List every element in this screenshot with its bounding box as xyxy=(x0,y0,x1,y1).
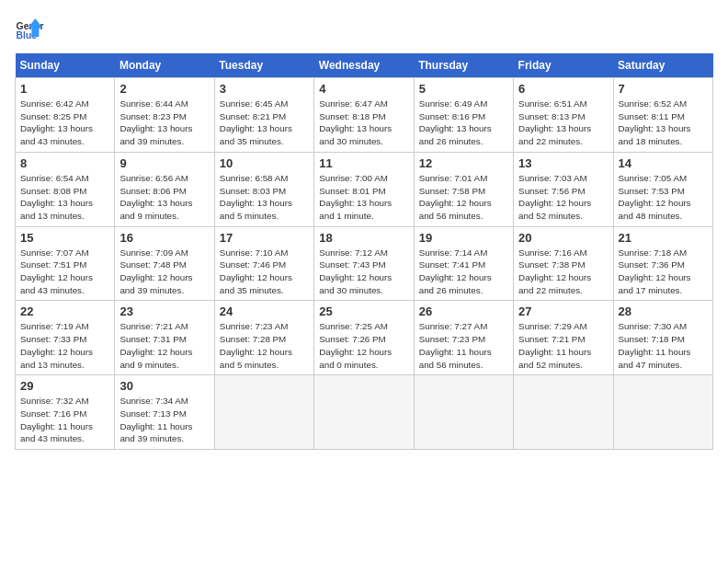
day-number: 25 xyxy=(319,304,408,318)
day-info: Sunrise: 7:00 AM Sunset: 8:01 PM Dayligh… xyxy=(319,172,408,223)
weekday-tuesday: Tuesday xyxy=(214,53,313,78)
calendar-cell xyxy=(613,375,712,450)
day-info: Sunrise: 6:49 AM Sunset: 8:16 PM Dayligh… xyxy=(419,98,508,148)
day-number: 22 xyxy=(20,304,109,318)
day-number: 21 xyxy=(619,231,708,245)
day-info: Sunrise: 6:58 AM Sunset: 8:03 PM Dayligh… xyxy=(220,172,309,223)
calendar-cell: 29Sunrise: 7:32 AM Sunset: 7:16 PM Dayli… xyxy=(16,375,115,450)
calendar-cell: 6Sunrise: 6:51 AM Sunset: 8:13 PM Daylig… xyxy=(514,78,613,153)
weekday-header-row: SundayMondayTuesdayWednesdayThursdayFrid… xyxy=(16,53,713,78)
day-number: 17 xyxy=(220,231,309,245)
week-row-1: 1Sunrise: 6:42 AM Sunset: 8:25 PM Daylig… xyxy=(16,78,713,153)
day-number: 27 xyxy=(518,304,608,318)
day-number: 2 xyxy=(119,82,209,96)
calendar-cell: 18Sunrise: 7:12 AM Sunset: 7:43 PM Dayli… xyxy=(314,226,414,301)
calendar-cell: 21Sunrise: 7:18 AM Sunset: 7:36 PM Dayli… xyxy=(613,226,712,301)
calendar-table: SundayMondayTuesdayWednesdayThursdayFrid… xyxy=(15,53,713,450)
day-number: 30 xyxy=(119,379,209,393)
calendar-cell: 15Sunrise: 7:07 AM Sunset: 7:51 PM Dayli… xyxy=(16,226,115,301)
logo-icon: General Blue xyxy=(15,15,44,44)
day-info: Sunrise: 6:51 AM Sunset: 8:13 PM Dayligh… xyxy=(518,98,608,148)
calendar-cell: 5Sunrise: 6:49 AM Sunset: 8:16 PM Daylig… xyxy=(414,78,513,153)
week-row-4: 22Sunrise: 7:19 AM Sunset: 7:33 PM Dayli… xyxy=(16,301,713,375)
calendar-cell: 23Sunrise: 7:21 AM Sunset: 7:31 PM Dayli… xyxy=(115,301,214,375)
calendar-cell: 3Sunrise: 6:45 AM Sunset: 8:21 PM Daylig… xyxy=(214,78,313,153)
day-number: 28 xyxy=(619,304,708,318)
calendar-cell: 25Sunrise: 7:25 AM Sunset: 7:26 PM Dayli… xyxy=(314,301,414,375)
calendar-cell: 17Sunrise: 7:10 AM Sunset: 7:46 PM Dayli… xyxy=(214,226,313,301)
day-number: 19 xyxy=(419,231,508,245)
calendar-cell: 10Sunrise: 6:58 AM Sunset: 8:03 PM Dayli… xyxy=(214,152,313,226)
day-info: Sunrise: 6:45 AM Sunset: 8:21 PM Dayligh… xyxy=(220,98,309,148)
day-number: 14 xyxy=(619,156,708,170)
day-number: 23 xyxy=(119,304,209,318)
calendar-cell xyxy=(514,375,613,450)
calendar-cell: 30Sunrise: 7:34 AM Sunset: 7:13 PM Dayli… xyxy=(115,375,214,450)
day-number: 26 xyxy=(419,304,508,318)
day-number: 8 xyxy=(20,156,109,170)
calendar-cell: 20Sunrise: 7:16 AM Sunset: 7:38 PM Dayli… xyxy=(514,226,613,301)
calendar-cell xyxy=(414,375,513,450)
day-info: Sunrise: 7:34 AM Sunset: 7:13 PM Dayligh… xyxy=(119,395,209,445)
calendar-body: 1Sunrise: 6:42 AM Sunset: 8:25 PM Daylig… xyxy=(16,78,713,450)
day-info: Sunrise: 7:10 AM Sunset: 7:46 PM Dayligh… xyxy=(220,247,309,297)
day-number: 18 xyxy=(319,231,408,245)
day-info: Sunrise: 6:52 AM Sunset: 8:11 PM Dayligh… xyxy=(619,98,708,148)
calendar-cell: 16Sunrise: 7:09 AM Sunset: 7:48 PM Dayli… xyxy=(115,226,214,301)
day-number: 9 xyxy=(119,156,209,170)
day-info: Sunrise: 7:32 AM Sunset: 7:16 PM Dayligh… xyxy=(20,395,109,445)
day-number: 5 xyxy=(419,82,508,96)
day-info: Sunrise: 6:42 AM Sunset: 8:25 PM Dayligh… xyxy=(20,98,109,148)
day-number: 29 xyxy=(20,379,109,393)
week-row-2: 8Sunrise: 6:54 AM Sunset: 8:08 PM Daylig… xyxy=(16,152,713,226)
day-info: Sunrise: 7:14 AM Sunset: 7:41 PM Dayligh… xyxy=(419,247,508,297)
day-info: Sunrise: 7:03 AM Sunset: 7:56 PM Dayligh… xyxy=(518,172,608,223)
weekday-friday: Friday xyxy=(514,53,613,78)
day-number: 11 xyxy=(319,156,408,170)
day-number: 16 xyxy=(119,231,209,245)
week-row-5: 29Sunrise: 7:32 AM Sunset: 7:16 PM Dayli… xyxy=(16,375,713,450)
calendar-cell: 28Sunrise: 7:30 AM Sunset: 7:18 PM Dayli… xyxy=(613,301,712,375)
weekday-wednesday: Wednesday xyxy=(314,53,414,78)
day-info: Sunrise: 7:19 AM Sunset: 7:33 PM Dayligh… xyxy=(20,320,109,371)
day-info: Sunrise: 7:01 AM Sunset: 7:58 PM Dayligh… xyxy=(419,172,508,223)
day-number: 1 xyxy=(20,82,109,96)
calendar-cell: 4Sunrise: 6:47 AM Sunset: 8:18 PM Daylig… xyxy=(314,78,414,153)
day-number: 12 xyxy=(419,156,508,170)
day-info: Sunrise: 7:21 AM Sunset: 7:31 PM Dayligh… xyxy=(119,320,209,371)
day-info: Sunrise: 7:27 AM Sunset: 7:23 PM Dayligh… xyxy=(419,320,508,371)
calendar-cell: 26Sunrise: 7:27 AM Sunset: 7:23 PM Dayli… xyxy=(414,301,513,375)
calendar-cell: 9Sunrise: 6:56 AM Sunset: 8:06 PM Daylig… xyxy=(115,152,214,226)
calendar-cell: 14Sunrise: 7:05 AM Sunset: 7:53 PM Dayli… xyxy=(613,152,712,226)
calendar-cell: 22Sunrise: 7:19 AM Sunset: 7:33 PM Dayli… xyxy=(16,301,115,375)
day-info: Sunrise: 7:16 AM Sunset: 7:38 PM Dayligh… xyxy=(518,247,608,297)
calendar-cell: 24Sunrise: 7:23 AM Sunset: 7:28 PM Dayli… xyxy=(214,301,313,375)
day-number: 6 xyxy=(518,82,608,96)
weekday-saturday: Saturday xyxy=(613,53,712,78)
calendar-cell: 11Sunrise: 7:00 AM Sunset: 8:01 PM Dayli… xyxy=(314,152,414,226)
day-info: Sunrise: 7:07 AM Sunset: 7:51 PM Dayligh… xyxy=(20,247,109,297)
day-info: Sunrise: 7:12 AM Sunset: 7:43 PM Dayligh… xyxy=(319,247,408,297)
day-info: Sunrise: 6:56 AM Sunset: 8:06 PM Dayligh… xyxy=(119,172,209,223)
calendar-cell: 13Sunrise: 7:03 AM Sunset: 7:56 PM Dayli… xyxy=(514,152,613,226)
day-info: Sunrise: 6:47 AM Sunset: 8:18 PM Dayligh… xyxy=(319,98,408,148)
day-info: Sunrise: 7:23 AM Sunset: 7:28 PM Dayligh… xyxy=(220,320,309,371)
day-number: 15 xyxy=(20,231,109,245)
calendar-cell: 12Sunrise: 7:01 AM Sunset: 7:58 PM Dayli… xyxy=(414,152,513,226)
day-number: 20 xyxy=(518,231,608,245)
calendar-cell: 2Sunrise: 6:44 AM Sunset: 8:23 PM Daylig… xyxy=(115,78,214,153)
calendar-cell: 1Sunrise: 6:42 AM Sunset: 8:25 PM Daylig… xyxy=(16,78,115,153)
day-number: 4 xyxy=(319,82,408,96)
calendar-cell: 7Sunrise: 6:52 AM Sunset: 8:11 PM Daylig… xyxy=(613,78,712,153)
day-number: 24 xyxy=(220,304,309,318)
day-info: Sunrise: 7:05 AM Sunset: 7:53 PM Dayligh… xyxy=(619,172,708,223)
day-number: 10 xyxy=(220,156,309,170)
day-number: 13 xyxy=(518,156,608,170)
logo: General Blue xyxy=(15,15,48,44)
week-row-3: 15Sunrise: 7:07 AM Sunset: 7:51 PM Dayli… xyxy=(16,226,713,301)
day-info: Sunrise: 7:09 AM Sunset: 7:48 PM Dayligh… xyxy=(119,247,209,297)
calendar-cell xyxy=(214,375,313,450)
day-info: Sunrise: 6:54 AM Sunset: 8:08 PM Dayligh… xyxy=(20,172,109,223)
calendar-cell: 27Sunrise: 7:29 AM Sunset: 7:21 PM Dayli… xyxy=(514,301,613,375)
weekday-thursday: Thursday xyxy=(414,53,513,78)
